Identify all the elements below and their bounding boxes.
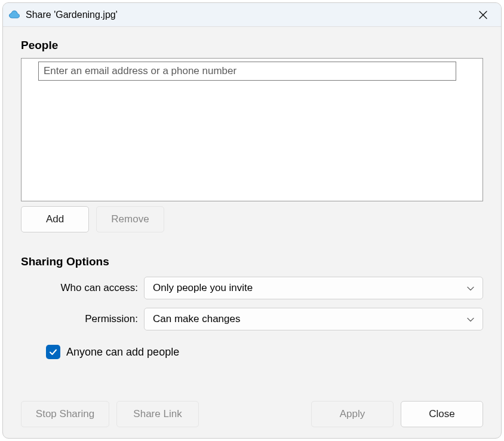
share-link-button[interactable]: Share Link [116, 401, 199, 427]
close-button[interactable]: Close [401, 401, 483, 427]
anyone-add-label: Anyone can add people [66, 346, 179, 359]
permission-value: Can make changes [153, 313, 240, 325]
people-heading: People [21, 39, 483, 52]
options-heading: Sharing Options [21, 255, 483, 268]
anyone-add-checkbox[interactable] [46, 345, 60, 359]
spacer [21, 359, 483, 395]
permission-dropdown[interactable]: Can make changes [144, 308, 483, 330]
who-can-access-row: Who can access: Only people you invite [21, 277, 483, 299]
cloud-icon [8, 8, 21, 22]
who-can-access-label: Who can access: [21, 282, 139, 294]
dialog-title: Share 'Gardening.jpg' [26, 10, 469, 20]
footer-buttons: Stop Sharing Share Link Apply Close [21, 401, 483, 427]
options-section: Sharing Options Who can access: Only peo… [21, 255, 483, 359]
people-buttons: Add Remove [21, 206, 483, 232]
permission-label: Permission: [21, 313, 139, 325]
close-icon[interactable] [469, 5, 496, 24]
share-dialog: Share 'Gardening.jpg' People Add Remove … [2, 2, 502, 439]
dialog-content: People Add Remove Sharing Options Who ca… [3, 27, 501, 438]
stop-sharing-button[interactable]: Stop Sharing [21, 401, 109, 427]
people-listbox [21, 58, 483, 201]
people-input[interactable] [38, 62, 456, 81]
who-can-access-dropdown[interactable]: Only people you invite [144, 277, 483, 299]
add-button[interactable]: Add [21, 206, 89, 232]
permission-row: Permission: Can make changes [21, 308, 483, 330]
titlebar: Share 'Gardening.jpg' [3, 3, 501, 27]
chevron-down-icon [467, 282, 474, 294]
who-can-access-value: Only people you invite [153, 282, 253, 294]
people-input-row [21, 59, 483, 81]
anyone-add-row: Anyone can add people [21, 345, 483, 359]
chevron-down-icon [467, 313, 474, 325]
remove-button[interactable]: Remove [96, 206, 164, 232]
apply-button[interactable]: Apply [311, 401, 394, 427]
